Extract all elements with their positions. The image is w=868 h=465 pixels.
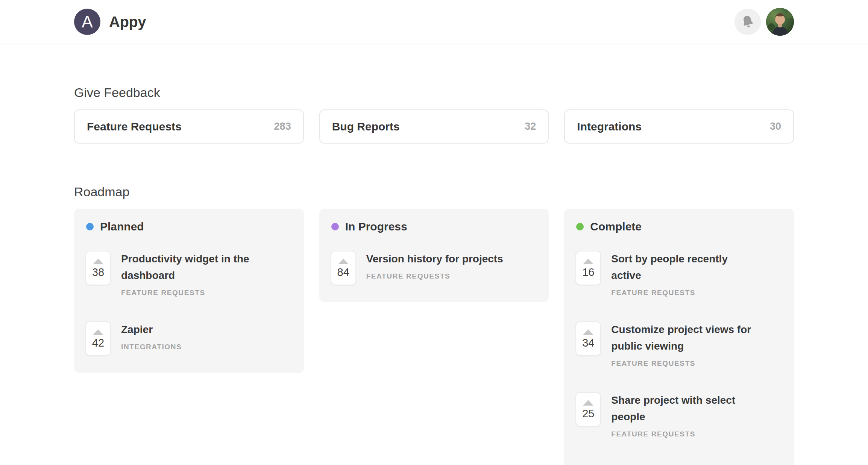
post-title: Zapier [121,321,182,338]
roadmap-columns: Planned 38 Productivity widget in the da… [74,209,794,465]
main-content: Give Feedback Feature Requests 283 Bug R… [0,85,868,465]
board-name: Bug Reports [332,120,400,133]
roadmap-heading: Roadmap [74,184,794,199]
post-body: Zapier INTEGRATIONS [121,321,182,351]
roadmap-post[interactable]: 16 Sort by people recently active FEATUR… [575,251,783,297]
board-count: 283 [274,121,291,132]
post-category: FEATURE REQUESTS [121,289,266,297]
post-title: Customize project views for public viewi… [611,321,756,354]
vote-count: 34 [582,338,594,348]
logo-circle: A [74,9,100,35]
post-category: FEATURE REQUESTS [611,359,756,368]
upvote-button[interactable]: 42 [85,321,111,356]
post-body: Customize project views for public viewi… [611,321,756,368]
post-body: Share project with select people FEATURE… [611,392,756,438]
post-title: Sort by people recently active [611,251,756,284]
brand-name: Appy [109,14,146,30]
vote-count: 84 [337,267,349,278]
roadmap-post[interactable]: 42 Zapier INTEGRATIONS [85,321,293,356]
post-title: Version history for projects [366,251,503,267]
post-category: FEATURE REQUESTS [611,430,756,438]
upvote-arrow-icon [93,329,103,335]
post-category: INTEGRATIONS [121,343,182,351]
app-header: A Appy [0,0,868,44]
column-header: In Progress [331,220,538,233]
roadmap-post[interactable]: 34 Customize project views for public vi… [575,321,783,368]
post-body: Sort by people recently active FEATURE R… [611,251,756,297]
roadmap-post[interactable]: 25 Share project with select people FEAT… [575,392,783,438]
roadmap-post[interactable]: 38 Productivity widget in the dashboard … [85,251,293,297]
header-actions [734,8,794,36]
bell-icon [741,15,754,29]
upvote-arrow-icon [338,259,349,264]
column-label: Complete [590,220,642,233]
avatar-image [766,8,794,36]
post-category: FEATURE REQUESTS [366,272,503,280]
roadmap-column-complete: Complete 16 Sort by people recently acti… [564,209,794,465]
upvote-arrow-icon [583,400,593,406]
notifications-button[interactable] [734,9,761,35]
upvote-arrow-icon [583,259,593,264]
board-card-bug-reports[interactable]: Bug Reports 32 [319,109,549,144]
post-body: Version history for projects FEATURE REQ… [366,251,503,280]
post-title: Productivity widget in the dashboard [121,251,266,284]
boards-row: Feature Requests 283 Bug Reports 32 Inte… [74,109,794,144]
upvote-button[interactable]: 16 [575,251,601,285]
status-dot-in-progress [331,223,339,230]
upvote-button[interactable]: 84 [331,251,356,285]
give-feedback-heading: Give Feedback [74,85,794,100]
vote-count: 25 [582,408,594,419]
upvote-arrow-icon [583,329,593,335]
upvote-button[interactable]: 34 [575,321,601,356]
status-dot-complete [576,223,584,230]
upvote-button[interactable]: 38 [85,251,111,285]
board-card-feature-requests[interactable]: Feature Requests 283 [74,109,304,144]
roadmap-post[interactable]: 84 Version history for projects FEATURE … [331,251,538,285]
board-name: Integrations [577,120,642,133]
column-label: In Progress [345,220,407,233]
post-title: Share project with select people [611,392,756,425]
vote-count: 42 [92,338,104,348]
post-category: FEATURE REQUESTS [611,289,756,297]
brand-logo[interactable]: A Appy [74,9,146,35]
board-count: 30 [770,121,781,132]
column-header: Complete [575,220,783,233]
logo-letter: A [82,12,93,31]
upvote-arrow-icon [93,259,103,264]
vote-count: 16 [582,267,594,278]
column-header: Planned [85,220,293,233]
vote-count: 38 [92,267,104,278]
user-avatar[interactable] [766,8,794,36]
board-card-integrations[interactable]: Integrations 30 [564,109,794,144]
board-count: 32 [525,121,536,132]
upvote-button[interactable]: 25 [575,392,601,427]
roadmap-column-planned: Planned 38 Productivity widget in the da… [74,209,304,373]
status-dot-planned [86,223,94,230]
column-label: Planned [100,220,144,233]
roadmap-column-in-progress: In Progress 84 Version history for proje… [319,209,549,302]
post-body: Productivity widget in the dashboard FEA… [121,251,266,297]
board-name: Feature Requests [87,120,182,133]
